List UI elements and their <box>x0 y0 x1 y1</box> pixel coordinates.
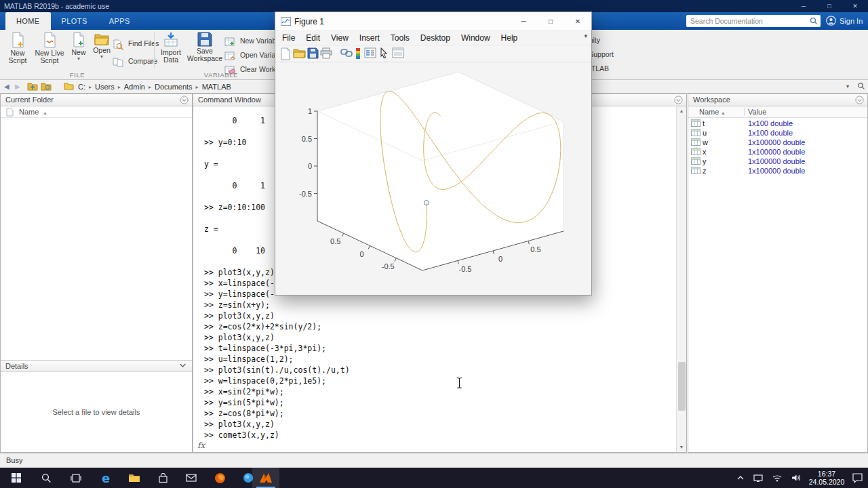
edge-button[interactable]: e <box>92 468 119 488</box>
figure-titlebar[interactable]: Figure 1 ─ □ ✕ <box>275 12 591 31</box>
scroll-up-icon[interactable]: ▲ <box>677 106 686 116</box>
up-folder-icon[interactable] <box>27 82 38 91</box>
firefox-button[interactable] <box>206 468 233 488</box>
figure-menu-item[interactable]: Desktop <box>415 31 456 45</box>
ribbon-tab[interactable]: APPS <box>98 12 141 30</box>
back-arrow-icon[interactable]: ◀ <box>4 82 9 92</box>
edit-plot-icon[interactable] <box>379 47 389 59</box>
search-icon <box>41 473 52 483</box>
variable-name: w <box>703 138 708 147</box>
new-figure-icon[interactable] <box>279 47 292 60</box>
ribbon-tab[interactable]: PLOTS <box>51 12 98 30</box>
mail-button[interactable] <box>178 468 205 488</box>
current-folder-header[interactable]: Current Folder <box>1 94 192 106</box>
figure-menu-item[interactable]: File <box>277 31 300 45</box>
find-files-button[interactable]: Find Files <box>113 37 159 50</box>
profile-icon[interactable] <box>826 16 836 26</box>
variable-name: x <box>703 147 707 157</box>
workspace-variable-row[interactable]: u 1x100 double <box>688 128 867 138</box>
chevron-down-icon[interactable] <box>179 363 186 369</box>
figure-minimize-icon[interactable]: ─ <box>510 12 537 31</box>
column-divider[interactable] <box>744 108 745 116</box>
figure-close-icon[interactable]: ✕ <box>564 12 591 31</box>
figure-canvas[interactable] <box>275 62 591 295</box>
search-documentation-box[interactable] <box>686 15 821 27</box>
import-data-button[interactable]: Import Data <box>158 31 184 76</box>
breadcrumb-item[interactable]: MATLAB ▸ <box>200 83 233 91</box>
print-figure-icon[interactable] <box>320 47 332 59</box>
app-titlebar[interactable]: MATLAB R2019b - academic use ─ □ ✕ <box>0 0 868 12</box>
figure-menu-item[interactable]: Help <box>496 31 524 45</box>
matlab-taskbar-button[interactable] <box>252 468 279 488</box>
workspace-title: Workspace <box>693 96 730 104</box>
address-search-icon[interactable] <box>857 82 865 90</box>
minimize-icon[interactable]: ─ <box>791 0 816 12</box>
insert-colorbar-icon[interactable] <box>355 47 361 60</box>
search-icon[interactable] <box>810 17 818 25</box>
workspace-variable-row[interactable]: x 1x100000 double <box>688 147 867 157</box>
clock[interactable]: 16:37 24.05.2020 <box>806 470 848 486</box>
network-icon[interactable] <box>772 474 782 482</box>
store-button[interactable] <box>149 468 176 488</box>
workspace-variable-row[interactable]: t 1x100 double <box>688 119 867 128</box>
volume-icon[interactable] <box>791 474 801 482</box>
sign-in-link[interactable]: Sign In <box>840 12 863 30</box>
restore-icon[interactable]: □ <box>816 0 842 12</box>
figure-menu-item[interactable]: Window <box>456 31 496 45</box>
workspace-variable-row[interactable]: y 1x100000 double <box>688 157 867 166</box>
close-icon[interactable]: ✕ <box>842 0 868 12</box>
figure-window[interactable]: Figure 1 ─ □ ✕ FileEditViewInsertToolsDe… <box>275 12 592 296</box>
property-inspector-icon[interactable] <box>392 47 404 58</box>
new-button[interactable]: New ▾ <box>68 31 90 76</box>
figure-menu-item[interactable]: Insert <box>354 31 385 45</box>
start-button[interactable] <box>3 468 30 488</box>
action-center-icon[interactable] <box>852 473 863 483</box>
mail-icon <box>186 474 197 482</box>
task-view-icon <box>71 474 81 483</box>
save-workspace-button[interactable]: Save Workspace <box>186 31 223 76</box>
breadcrumb-separator-icon: ▸ <box>195 84 200 90</box>
new-variable-button[interactable]: New Variable <box>224 34 282 47</box>
hidden-icons-chevron-icon[interactable] <box>737 475 744 481</box>
open-file-icon[interactable] <box>293 47 306 59</box>
panel-menu-icon[interactable] <box>855 96 864 104</box>
insert-legend-icon[interactable] <box>364 47 376 58</box>
address-dropdown-icon[interactable]: ▾ <box>846 83 849 89</box>
open-button[interactable]: Open ▾ <box>91 31 113 76</box>
workspace-variable-row[interactable]: w 1x100000 double <box>688 138 867 147</box>
details-header[interactable]: Details <box>1 360 192 372</box>
figure-menu-item[interactable]: Edit <box>300 31 326 45</box>
panel-menu-icon[interactable] <box>674 96 683 104</box>
breadcrumb-item[interactable]: Admin ▸ <box>122 83 153 91</box>
figure-menu-item[interactable]: Tools <box>385 31 415 45</box>
scroll-down-icon[interactable]: ▼ <box>677 443 686 452</box>
ribbon-tab[interactable]: HOME <box>5 12 51 30</box>
command-window-scrollbar[interactable]: ▲ ▼ <box>676 106 686 452</box>
search-documentation-input[interactable] <box>686 17 810 25</box>
forward-arrow-icon[interactable]: ▶ <box>15 82 20 92</box>
workspace-variable-row[interactable]: z 1x100000 double <box>688 166 867 176</box>
figure-maximize-icon[interactable]: □ <box>537 12 564 31</box>
task-view-button[interactable] <box>62 468 90 488</box>
workspace-column-header[interactable]: Name▴ Value <box>688 106 867 118</box>
taskbar: e <box>0 468 868 488</box>
taskbar-search-button[interactable] <box>33 468 60 488</box>
figure-menu-item[interactable]: View <box>326 31 354 45</box>
new-live-script-button[interactable]: New Live Script <box>34 31 65 76</box>
dock-figure-icon[interactable]: ▾ <box>584 33 587 39</box>
workspace-header[interactable]: Workspace <box>688 94 867 106</box>
link-plot-icon[interactable] <box>340 47 353 58</box>
panel-menu-icon[interactable] <box>180 96 189 104</box>
browse-folder-icon[interactable] <box>41 82 52 91</box>
breadcrumb-label: Documents <box>153 83 195 91</box>
display-icon[interactable] <box>753 474 763 482</box>
compare-button[interactable]: Compare <box>113 54 157 68</box>
breadcrumb-item[interactable]: Documents ▸ <box>153 83 200 91</box>
breadcrumb-item[interactable]: Users ▸ <box>93 83 122 91</box>
file-explorer-button[interactable] <box>121 468 148 488</box>
scrollbar-thumb[interactable] <box>678 362 686 410</box>
name-column-header[interactable]: Name ▴ <box>1 106 192 118</box>
breadcrumb-item[interactable]: C: ▸ <box>76 83 93 91</box>
new-script-button[interactable]: New Script <box>4 31 31 76</box>
save-figure-icon[interactable] <box>307 47 319 59</box>
